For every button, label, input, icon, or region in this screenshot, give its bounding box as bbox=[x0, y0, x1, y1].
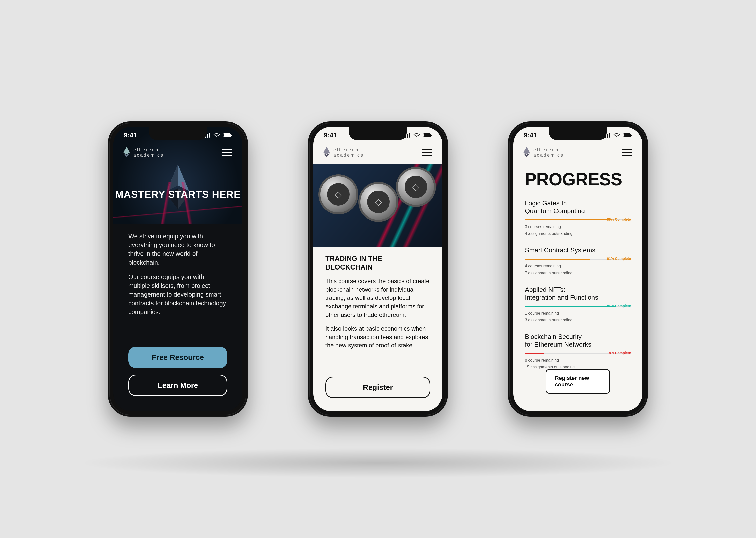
wifi-icon bbox=[213, 133, 220, 137]
page-title: PROGRESS bbox=[525, 169, 631, 189]
svg-rect-17 bbox=[409, 133, 410, 137]
course-para-1: This course covers the basics of create … bbox=[325, 277, 431, 319]
phone-frame-3: 9:41 ethereum academics bbox=[508, 121, 648, 417]
progress-percent-label: 61% Complete bbox=[607, 257, 631, 261]
progress-percent-label: 80% Complete bbox=[607, 217, 631, 221]
assignments-outstanding-label: 3 assignments outstanding bbox=[525, 318, 631, 323]
assignments-outstanding-label: 4 assignments outstanding bbox=[525, 231, 631, 237]
svg-rect-20 bbox=[424, 134, 430, 136]
course-title: TRADING IN THE BLOCKCHAIN bbox=[325, 254, 431, 271]
intro-copy: We strive to equip you with everything y… bbox=[128, 232, 227, 322]
notch bbox=[149, 127, 207, 140]
course-name: Blockchain Securityfor Ethereum Networks bbox=[525, 333, 631, 348]
course-name: Applied NFTs:Integration and Functions bbox=[525, 286, 631, 301]
svg-point-18 bbox=[416, 136, 417, 137]
battery-icon bbox=[423, 133, 432, 137]
menu-button[interactable] bbox=[622, 149, 633, 156]
progress-bar: 86% Complete bbox=[525, 304, 631, 309]
svg-point-28 bbox=[616, 136, 617, 137]
register-new-course-button[interactable]: Register new course bbox=[546, 369, 610, 394]
course-content: TRADING IN THE BLOCKCHAIN This course co… bbox=[325, 254, 431, 355]
coin-icon: ◇ bbox=[318, 174, 358, 214]
brand-text: ethereum academics bbox=[534, 147, 564, 158]
course-name: Logic Gates InQuantum Computing bbox=[525, 199, 631, 215]
status-time: 9:41 bbox=[324, 132, 337, 139]
brand-logo[interactable]: ethereum academics bbox=[123, 147, 164, 158]
screen-progress: 9:41 ethereum academics bbox=[513, 127, 642, 411]
brand-text: ethereum academics bbox=[334, 147, 364, 158]
learn-more-button[interactable]: Learn More bbox=[128, 375, 227, 396]
svg-rect-27 bbox=[609, 133, 610, 137]
wifi-icon bbox=[613, 133, 620, 137]
svg-rect-6 bbox=[224, 134, 230, 136]
courses-remaining-label: 1 course remaining bbox=[525, 311, 631, 316]
hero-banner: MASTERY STARTS HERE bbox=[114, 127, 243, 225]
course-name: Smart Contract Systems bbox=[525, 246, 631, 254]
svg-marker-32 bbox=[524, 147, 530, 154]
brand-logo[interactable]: ethereum academics bbox=[323, 147, 364, 158]
svg-rect-2 bbox=[207, 134, 208, 137]
svg-point-4 bbox=[216, 136, 217, 137]
ethereum-logo-icon bbox=[123, 147, 130, 158]
progress-bar: 18% Complete bbox=[525, 351, 631, 356]
brand-text: ethereum academics bbox=[133, 147, 164, 158]
ethereum-logo-icon bbox=[524, 147, 530, 158]
svg-rect-7 bbox=[231, 134, 232, 136]
ethereum-logo-icon bbox=[323, 147, 330, 158]
progress-percent-label: 18% Complete bbox=[607, 351, 631, 355]
intro-para-2: Our course equips you with multiple skil… bbox=[128, 273, 227, 316]
register-button[interactable]: Register bbox=[325, 377, 431, 398]
courses-remaining-label: 8 course remaining bbox=[525, 358, 631, 363]
coin-icon: ◇ bbox=[396, 167, 436, 207]
progress-percent-label: 86% Complete bbox=[607, 304, 631, 308]
course-hero-image: ◇ ◇ ◇ bbox=[313, 164, 443, 247]
hero-title: MASTERY STARTS HERE bbox=[114, 189, 243, 200]
app-header: ethereum academics bbox=[313, 147, 443, 158]
phone-frame-2: 9:41 ethereum academics bbox=[308, 121, 448, 417]
screen-home: 9:41 bbox=[114, 127, 243, 411]
course-progress-item[interactable]: Applied NFTs:Integration and Functions86… bbox=[525, 286, 631, 323]
progress-bar: 61% Complete bbox=[525, 257, 631, 262]
progress-bar: 80% Complete bbox=[525, 217, 631, 223]
svg-marker-22 bbox=[323, 147, 330, 154]
progress-content: PROGRESS Logic Gates InQuantum Computing… bbox=[525, 169, 631, 380]
status-time: 9:41 bbox=[124, 132, 137, 139]
course-progress-item[interactable]: Logic Gates InQuantum Computing80% Compl… bbox=[525, 199, 631, 237]
free-resource-button[interactable]: Free Resource bbox=[128, 347, 227, 368]
screen-course: 9:41 ethereum academics bbox=[313, 127, 443, 411]
course-progress-item[interactable]: Smart Contract Systems61% Complete4 cour… bbox=[525, 246, 631, 276]
svg-rect-3 bbox=[209, 133, 210, 137]
assignments-outstanding-label: 7 assignments outstanding bbox=[525, 271, 631, 276]
courses-remaining-label: 4 courses remaining bbox=[525, 264, 631, 269]
mockup-stage: 9:41 bbox=[0, 0, 756, 538]
wifi-icon bbox=[413, 133, 420, 137]
svg-marker-9 bbox=[167, 164, 178, 191]
status-time: 9:41 bbox=[524, 132, 537, 139]
menu-button[interactable] bbox=[422, 149, 433, 156]
course-progress-item[interactable]: Blockchain Securityfor Ethereum Networks… bbox=[525, 333, 631, 370]
course-para-2: It also looks at basic economics when ha… bbox=[325, 324, 431, 350]
svg-rect-16 bbox=[407, 134, 408, 137]
intro-para-1: We strive to equip you with everything y… bbox=[128, 232, 227, 267]
svg-rect-26 bbox=[607, 134, 608, 137]
ethereum-diamond-icon bbox=[163, 164, 193, 209]
battery-icon bbox=[223, 133, 232, 137]
courses-remaining-label: 3 courses remaining bbox=[525, 225, 631, 230]
app-header: ethereum academics bbox=[114, 147, 243, 158]
svg-rect-30 bbox=[624, 134, 630, 136]
app-header: ethereum academics bbox=[513, 147, 642, 158]
svg-rect-31 bbox=[631, 134, 632, 136]
battery-icon bbox=[623, 133, 632, 137]
coin-icon: ◇ bbox=[358, 182, 399, 222]
notch bbox=[549, 127, 607, 140]
cta-group: Free Resource Learn More bbox=[128, 347, 227, 396]
notch bbox=[349, 127, 407, 140]
phone-frame-1: 9:41 bbox=[108, 121, 248, 417]
menu-button[interactable] bbox=[222, 149, 232, 156]
brand-logo[interactable]: ethereum academics bbox=[524, 147, 564, 158]
svg-marker-12 bbox=[123, 147, 130, 154]
svg-rect-21 bbox=[431, 134, 432, 136]
